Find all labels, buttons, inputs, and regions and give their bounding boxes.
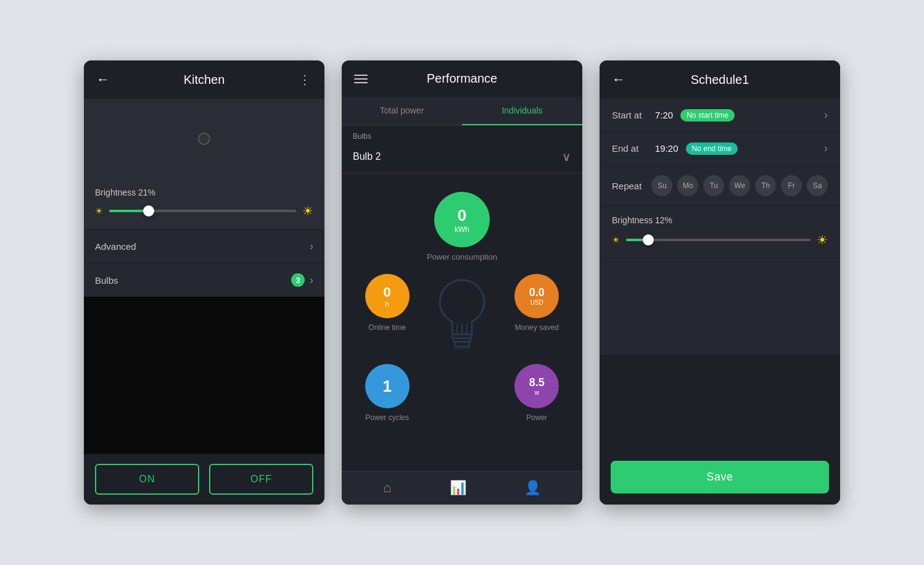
end-time: 19:20 — [655, 143, 679, 154]
svg-text:sengled: sengled — [453, 345, 471, 350]
end-label: End at — [612, 143, 655, 154]
bulb-illustration: sengled — [431, 274, 493, 354]
hamburger-line-1 — [354, 75, 368, 76]
power-cycles-value: 1 — [382, 377, 391, 396]
money-saved-stat: 0.0 USD Money saved — [514, 274, 559, 332]
repeat-label: Repeat — [612, 181, 641, 191]
performance-navbar: ⌂ 📊 👤 — [342, 471, 582, 505]
hamburger-line-2 — [354, 78, 368, 80]
bulbs-label: Bulbs — [95, 275, 118, 286]
start-label: Start at — [612, 110, 655, 120]
power-cycles-circle: 1 — [365, 364, 410, 408]
hamburger-menu-icon[interactable] — [354, 75, 368, 83]
end-chevron-icon: › — [824, 142, 828, 155]
performance-header: Performance — [342, 60, 582, 97]
bulb-dropdown-icon: ∨ — [562, 149, 571, 164]
hamburger-line-3 — [354, 82, 368, 83]
chart-nav-icon[interactable]: 📊 — [450, 480, 466, 496]
start-time: 7:20 — [655, 110, 673, 120]
schedule-sun-large-icon: ☀ — [817, 233, 828, 247]
schedule-back-icon[interactable]: ← — [612, 72, 625, 88]
more-options-icon[interactable]: ⋮ — [299, 72, 312, 87]
day-mo[interactable]: Mo — [677, 175, 698, 196]
schedule-brightness-thumb[interactable] — [643, 234, 654, 245]
stats-row-2: 1 Power cycles 8.5 w Power — [354, 364, 570, 422]
start-time-row[interactable]: Start at 7:20 No start time › — [600, 99, 840, 132]
end-time-badge: No end time — [686, 142, 738, 155]
repeat-row: Repeat Su Mo Tu We Th Fr Sa — [600, 165, 840, 207]
schedule-title: Schedule1 — [691, 73, 749, 87]
power-watts-value: 8.5 — [529, 376, 545, 389]
bulbs-menu-item[interactable]: Bulbs 3 › — [84, 263, 324, 297]
brightness-thumb[interactable] — [143, 205, 154, 217]
save-button[interactable]: Save — [611, 461, 829, 493]
screen-kitchen: ← Kitchen ⋮ Brightness 21% ☀ ☀ Advanced … — [84, 60, 324, 505]
kitchen-header: ← Kitchen ⋮ — [84, 60, 324, 99]
performance-title: Performance — [427, 72, 498, 86]
bulb-select-row[interactable]: Bulb 2 ∨ — [342, 144, 582, 173]
stats-row-1: 0 h Online time sengled — [354, 274, 570, 354]
power-watts-label: Power — [526, 413, 547, 422]
money-saved-value: 0.0 — [529, 286, 545, 299]
online-time-value: 0 — [384, 284, 391, 300]
camera-feed-area — [84, 297, 324, 454]
schedule-brightness-slider[interactable] — [626, 239, 811, 241]
performance-tabs: Total power Individuals — [342, 97, 582, 126]
kitchen-title: Kitchen — [184, 73, 225, 87]
bulbs-count-badge: 3 — [291, 273, 305, 287]
money-saved-circle: 0.0 USD — [514, 274, 559, 318]
performance-main: 0 kWh Power consumption 0 h Online time — [342, 173, 582, 471]
on-off-buttons: ON OFF — [84, 454, 324, 505]
schedule-brightness-slider-row: ☀ ☀ — [612, 233, 828, 247]
advanced-chevron-icon: › — [310, 240, 313, 253]
day-fr[interactable]: Fr — [781, 175, 802, 196]
start-chevron-icon: › — [824, 109, 828, 122]
brightness-slider[interactable] — [109, 210, 296, 212]
power-consumption-circle: 0 kWh — [434, 192, 490, 247]
power-consumption-label: Power consumption — [427, 252, 497, 262]
brightness-slider-row: ☀ ☀ — [95, 204, 313, 218]
camera-dot — [198, 133, 210, 145]
on-button[interactable]: ON — [95, 464, 199, 495]
screen-performance: Performance Total power Individuals Bulb… — [342, 60, 582, 505]
day-tu[interactable]: Tu — [703, 175, 724, 196]
end-time-row[interactable]: End at 19:20 No end time › — [600, 132, 840, 165]
power-watts-stat: 8.5 w Power — [514, 364, 559, 422]
day-we[interactable]: We — [729, 175, 750, 196]
selected-bulb-label: Bulb 2 — [353, 151, 381, 162]
online-time-stat: 0 h Online time — [365, 274, 410, 332]
schedule-content: Start at 7:20 No start time › End at 19:… — [600, 99, 840, 355]
tab-individuals[interactable]: Individuals — [462, 97, 582, 125]
schedule-spacer — [600, 355, 840, 450]
bulbs-right: 3 › — [291, 273, 313, 287]
day-su[interactable]: Su — [651, 175, 672, 196]
camera-preview — [84, 99, 324, 179]
advanced-menu-item[interactable]: Advanced › — [84, 229, 324, 263]
back-icon[interactable]: ← — [96, 72, 110, 88]
online-time-unit: h — [386, 300, 389, 308]
money-saved-label: Money saved — [515, 323, 559, 332]
brightness-section: Brightness 21% ☀ ☀ — [84, 179, 324, 229]
save-button-container: Save — [600, 450, 840, 505]
off-button[interactable]: OFF — [209, 464, 313, 495]
power-cycles-label: Power cycles — [365, 413, 409, 422]
day-th[interactable]: Th — [755, 175, 776, 196]
online-time-label: Online time — [368, 323, 406, 332]
home-nav-icon[interactable]: ⌂ — [383, 480, 391, 496]
power-value: 0 — [458, 206, 466, 225]
advanced-label: Advanced — [95, 241, 136, 252]
online-time-circle: 0 h — [365, 274, 410, 318]
schedule-brightness-section: Brightness 12% ☀ ☀ — [600, 207, 840, 259]
start-time-badge: No start time — [680, 109, 735, 122]
sun-large-icon: ☀ — [302, 204, 313, 218]
schedule-sun-small-icon: ☀ — [612, 235, 620, 245]
sun-small-icon: ☀ — [95, 206, 103, 216]
schedule-header: ← Schedule1 — [600, 60, 840, 99]
day-sa[interactable]: Sa — [807, 175, 828, 196]
tab-total-power[interactable]: Total power — [342, 97, 462, 125]
schedule-brightness-label: Brightness 12% — [612, 215, 828, 225]
bulbs-selector-label: Bulbs — [342, 126, 582, 144]
power-unit: kWh — [455, 225, 469, 234]
user-nav-icon[interactable]: 👤 — [524, 480, 541, 496]
money-saved-unit: USD — [530, 299, 543, 306]
